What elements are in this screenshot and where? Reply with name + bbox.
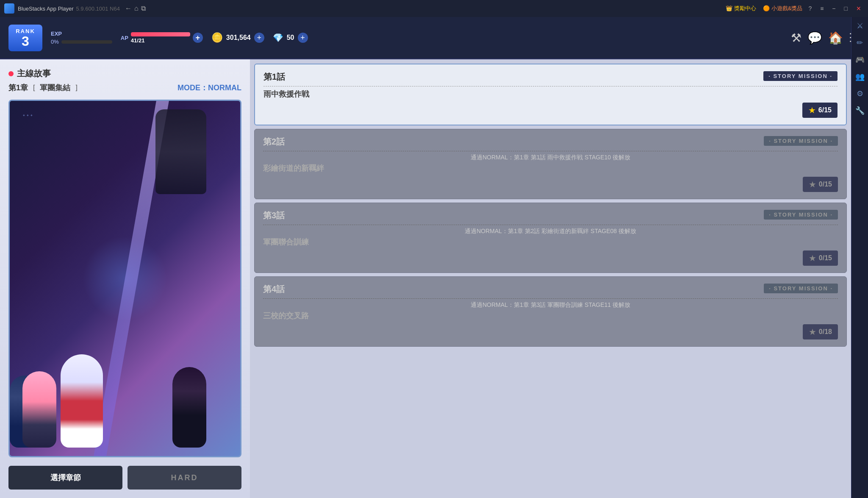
char-pink bbox=[22, 371, 56, 448]
chapter-bracket-open: [ bbox=[33, 84, 35, 92]
episode-card-1[interactable]: 第1話 · STORY MISSION · 雨中救援作戦 ★ 6/15 bbox=[254, 64, 847, 125]
help-btn[interactable]: ? bbox=[806, 4, 814, 13]
app-version: 5.9.600.1001 N64 bbox=[76, 6, 120, 12]
ap-fill bbox=[131, 32, 190, 36]
gold-amount: 301,564 bbox=[226, 34, 251, 42]
chapter-number: 第1章 bbox=[8, 83, 28, 93]
hud-actions: ⚒ 💬 🏠 ☰ bbox=[791, 31, 860, 45]
home-hud-btn[interactable]: 🏠 bbox=[828, 31, 843, 45]
mission-badge: · STORY MISSION · bbox=[763, 71, 837, 81]
chapter-bracket-close: ] bbox=[75, 84, 77, 92]
star-icon: ★ bbox=[809, 179, 816, 189]
hard-mode-btn[interactable]: HARD bbox=[128, 466, 241, 490]
star-icon: ★ bbox=[809, 327, 816, 337]
episode-divider bbox=[263, 151, 838, 151]
nav-home[interactable]: ⌂ bbox=[134, 5, 139, 12]
rank-value: 3 bbox=[15, 34, 36, 48]
star-icon: ★ bbox=[809, 253, 816, 263]
progress-text: 0/15 bbox=[819, 254, 832, 262]
episode-card-3[interactable]: 第3話 · STORY MISSION · 通過NORMAL：第1章 第2話 彩… bbox=[254, 203, 847, 273]
gem-plus-btn[interactable]: + bbox=[298, 33, 308, 43]
episode-num: 第2話 bbox=[263, 136, 285, 147]
close-btn[interactable]: ✕ bbox=[854, 4, 864, 13]
rank-display: RANK 3 bbox=[8, 25, 42, 51]
mission-badge: · STORY MISSION · bbox=[764, 284, 838, 293]
tools-btn[interactable]: ⚒ bbox=[791, 31, 801, 45]
minimize-btn[interactable]: − bbox=[829, 4, 838, 13]
episode-num: 第3話 bbox=[263, 210, 285, 221]
right-icon-5[interactable]: ⚙ bbox=[857, 89, 863, 98]
chat-btn[interactable]: 💬 bbox=[807, 31, 822, 45]
char-white bbox=[61, 354, 103, 448]
app-name: BlueStacks App Player bbox=[18, 6, 74, 12]
rewards-btn[interactable]: 👑 獎勵中心 bbox=[726, 5, 756, 12]
ap-bar bbox=[131, 32, 190, 36]
unlock-text: 通過NORMAL：第1章 第1話 雨中救援作戦 STAGE10 後解放 bbox=[263, 154, 838, 161]
main-content: ❮ 選擇話數 ? 主線故事 第1章 [ 軍團集結 ] MODE：NORMAL bbox=[0, 59, 851, 498]
gold-plus-btn[interactable]: + bbox=[254, 33, 264, 43]
episode-num: 第1話 bbox=[263, 71, 285, 83]
nav-back[interactable]: ← bbox=[125, 5, 132, 12]
progress-badge: ★ 0/18 bbox=[803, 324, 838, 339]
section-title: 主線故事 bbox=[17, 68, 51, 79]
chapter-name: 軍團集結 bbox=[40, 83, 70, 93]
gold-section: 🪙 301,564 + bbox=[211, 32, 264, 43]
mission-badge: · STORY MISSION · bbox=[764, 136, 838, 146]
right-side-panel: ⚔ ✏ 🎮 👥 ⚙ 🔧 bbox=[851, 17, 868, 498]
select-chapter-btn[interactable]: 選擇章節 bbox=[8, 466, 122, 490]
episode-card-4[interactable]: 第4話 · STORY MISSION · 通過NORMAL：第1章 第3話 軍… bbox=[254, 276, 847, 347]
episode-card-2[interactable]: 第2話 · STORY MISSION · 通過NORMAL：第1章 第1話 雨… bbox=[254, 129, 847, 199]
exp-bar bbox=[61, 40, 112, 44]
progress-text: 0/15 bbox=[819, 181, 832, 188]
episode-divider bbox=[263, 298, 838, 299]
minigame-btn[interactable]: 🟠 小遊戲&獎品 bbox=[763, 5, 802, 12]
hud-bar: RANK 3 EXP 0% AP 41/21 + 🪙 301,564 + 💎 5 bbox=[0, 17, 868, 59]
ap-plus-btn[interactable]: + bbox=[193, 33, 203, 43]
title-bar: BlueStacks App Player 5.9.600.1001 N64 ←… bbox=[0, 0, 868, 17]
ap-values: 41/21 bbox=[131, 37, 190, 44]
right-icon-1[interactable]: ⚔ bbox=[857, 21, 863, 31]
unlock-text: 通過NORMAL：第1章 第2話 彩繪街道的新羈絆 STAGE08 後解放 bbox=[263, 228, 838, 235]
gem-section: 💎 50 + bbox=[273, 33, 308, 43]
mission-badge: · STORY MISSION · bbox=[764, 210, 838, 220]
episode-divider bbox=[263, 225, 838, 225]
exp-label: EXP bbox=[51, 31, 112, 37]
window-controls: 👑 獎勵中心 🟠 小遊戲&獎品 ? ≡ − □ ✕ bbox=[726, 4, 864, 13]
episode-subtitle: 三校的交叉路 bbox=[263, 311, 838, 321]
progress-text: 0/18 bbox=[819, 328, 832, 336]
char-dark bbox=[172, 367, 206, 448]
episode-num: 第4話 bbox=[263, 284, 285, 295]
exp-percent: 0% bbox=[51, 39, 59, 45]
section-dot bbox=[8, 71, 14, 76]
settings-btn[interactable]: ≡ bbox=[818, 4, 826, 13]
gem-amount: 50 bbox=[287, 34, 294, 42]
progress-badge: ★ 6/15 bbox=[802, 103, 837, 118]
left-panel: ❮ 選擇話數 ? 主線故事 第1章 [ 軍團集結 ] MODE：NORMAL bbox=[0, 59, 250, 498]
progress-badge: ★ 0/15 bbox=[803, 177, 838, 192]
bottom-buttons: 選擇章節 HARD bbox=[8, 466, 241, 490]
nav-stack[interactable]: ⧉ bbox=[141, 5, 146, 12]
unlock-text: 通過NORMAL：第1章 第3話 軍團聯合訓練 STAGE11 後解放 bbox=[263, 301, 838, 309]
progress-badge: ★ 0/15 bbox=[803, 250, 838, 266]
episode-divider bbox=[263, 86, 837, 86]
star-icon: ★ bbox=[808, 105, 816, 115]
progress-text: 6/15 bbox=[818, 106, 832, 114]
gold-icon: 🪙 bbox=[211, 32, 223, 43]
exp-section: EXP 0% bbox=[51, 31, 112, 45]
right-icon-2[interactable]: ✏ bbox=[857, 38, 863, 47]
episode-list[interactable]: 第1話 · STORY MISSION · 雨中救援作戦 ★ 6/15 第2話 … bbox=[250, 59, 851, 498]
episode-subtitle: 雨中救援作戦 bbox=[263, 89, 837, 99]
episode-subtitle: 軍團聯合訓練 bbox=[263, 237, 838, 247]
right-icon-4[interactable]: 👥 bbox=[855, 72, 865, 81]
section-label: 主線故事 bbox=[8, 68, 241, 79]
right-icon-6[interactable]: 🔧 bbox=[855, 106, 865, 115]
mode-label: MODE：NORMAL bbox=[177, 83, 241, 93]
chapter-info: 第1章 [ 軍團集結 ] MODE：NORMAL bbox=[8, 83, 241, 93]
ap-label: AP bbox=[121, 35, 128, 41]
episode-subtitle: 彩繪街道的新羈絆 bbox=[263, 163, 838, 173]
bluestacks-logo bbox=[4, 3, 14, 14]
maximize-btn[interactable]: □ bbox=[842, 4, 850, 13]
ap-section: AP 41/21 + bbox=[121, 32, 203, 44]
right-icon-3[interactable]: 🎮 bbox=[855, 55, 865, 64]
chapter-image: ✦ ✦ ✦ bbox=[8, 100, 241, 457]
